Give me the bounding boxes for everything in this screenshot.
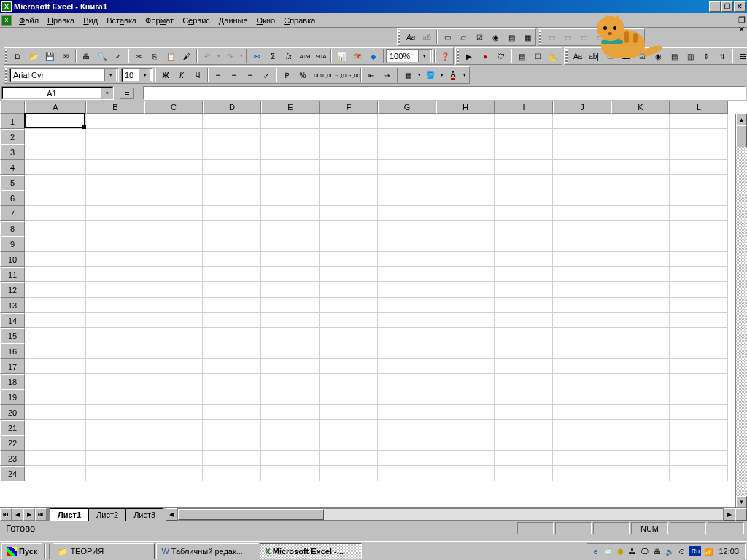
cell-B16[interactable] <box>86 343 144 359</box>
cell-E12[interactable] <box>261 282 320 298</box>
cell-K9[interactable] <box>611 236 670 252</box>
cell-H16[interactable] <box>436 343 495 359</box>
name-box-dropdown-arrow[interactable]: ▾ <box>101 88 112 98</box>
cell-G3[interactable] <box>378 144 436 160</box>
cell-I21[interactable] <box>495 420 553 435</box>
ungroup-ctl-icon[interactable]: ▭ <box>560 29 576 45</box>
cell-D16[interactable] <box>203 343 261 359</box>
combobox-ctl-icon[interactable]: ▥ <box>682 48 698 64</box>
start-button[interactable]: Пуск <box>1 543 42 559</box>
horizontal-scrollbar[interactable]: ◀ ▶ <box>166 508 735 521</box>
cell-K12[interactable] <box>611 282 670 298</box>
cell-E4[interactable] <box>261 160 320 175</box>
cell-E11[interactable] <box>261 267 320 282</box>
cell-B2[interactable] <box>86 129 144 144</box>
cell-D6[interactable] <box>203 190 261 206</box>
cell-J23[interactable] <box>553 451 611 466</box>
row-header-5[interactable]: 5 <box>0 175 25 190</box>
cell-K22[interactable] <box>611 435 670 451</box>
combo-box-icon[interactable]: ▦ <box>519 29 535 45</box>
cell-H18[interactable] <box>436 374 495 389</box>
row-header-6[interactable]: 6 <box>0 190 25 206</box>
autosum-icon[interactable]: Σ <box>265 48 281 64</box>
cell-L5[interactable] <box>670 175 728 190</box>
cell-E19[interactable] <box>261 389 320 405</box>
increase-decimal-icon[interactable]: ,00→,0 <box>327 67 343 83</box>
tray-display-icon[interactable]: 🖵 <box>640 546 650 556</box>
cell-L3[interactable] <box>670 144 728 160</box>
cell-J7[interactable] <box>553 206 611 221</box>
fill-color-dropdown[interactable]: ▾ <box>438 67 445 83</box>
cell-K19[interactable] <box>611 389 670 405</box>
cell-F19[interactable] <box>320 389 378 405</box>
cell-D17[interactable] <box>203 359 261 374</box>
cell-J21[interactable] <box>553 420 611 435</box>
cell-H13[interactable] <box>436 298 495 313</box>
cell-L15[interactable] <box>670 328 728 343</box>
cell-F12[interactable] <box>320 282 378 298</box>
cell-A16[interactable] <box>25 343 86 359</box>
cell-G1[interactable] <box>378 114 436 129</box>
cell-F9[interactable] <box>320 236 378 252</box>
cell-A13[interactable] <box>25 298 86 313</box>
cell-E17[interactable] <box>261 359 320 374</box>
cell-H2[interactable] <box>436 129 495 144</box>
col-header-K[interactable]: K <box>611 101 670 114</box>
tray-antivirus-icon[interactable]: ⬢ <box>615 546 625 556</box>
cell-G21[interactable] <box>378 420 436 435</box>
cell-K10[interactable] <box>611 252 670 267</box>
cell-B3[interactable] <box>86 144 144 160</box>
new-icon[interactable]: 🗋 <box>9 48 26 64</box>
cell-D11[interactable] <box>203 267 261 282</box>
cell-K20[interactable] <box>611 405 670 420</box>
cell-G5[interactable] <box>378 175 436 190</box>
bold-button[interactable]: Ж <box>158 67 174 83</box>
cell-D1[interactable] <box>203 114 261 129</box>
cell-I13[interactable] <box>495 298 553 313</box>
cell-B17[interactable] <box>86 359 144 374</box>
cell-F11[interactable] <box>320 267 378 282</box>
increase-indent-icon[interactable]: ⇥ <box>379 67 395 83</box>
cell-E18[interactable] <box>261 374 320 389</box>
cell-K5[interactable] <box>611 175 670 190</box>
cells-grid[interactable] <box>25 114 735 508</box>
cell-G10[interactable] <box>378 252 436 267</box>
tab-last-button[interactable]: ⏭ <box>35 508 47 521</box>
currency-icon[interactable]: ₽ <box>279 67 295 83</box>
cell-L10[interactable] <box>670 252 728 267</box>
cell-D2[interactable] <box>203 129 261 144</box>
scrollbar-ctl-icon[interactable]: ⇕ <box>698 48 714 64</box>
spelling-icon[interactable]: ✓ <box>110 48 126 64</box>
cell-H3[interactable] <box>436 144 495 160</box>
cell-B8[interactable] <box>86 221 144 236</box>
select-all-corner[interactable] <box>0 101 25 114</box>
cell-C7[interactable] <box>144 206 203 221</box>
cell-F18[interactable] <box>320 374 378 389</box>
doc-minimize-button[interactable]: _ <box>738 7 746 15</box>
cell-G16[interactable] <box>378 343 436 359</box>
menu-format[interactable]: Формат <box>141 15 178 26</box>
cell-K6[interactable] <box>611 190 670 206</box>
cell-H9[interactable] <box>436 236 495 252</box>
select-objects-icon[interactable]: ▱ <box>455 29 471 45</box>
text-box-icon[interactable]: ▭ <box>439 29 455 45</box>
cell-I7[interactable] <box>495 206 553 221</box>
cell-B10[interactable] <box>86 252 144 267</box>
cell-L14[interactable] <box>670 313 728 328</box>
cell-G7[interactable] <box>378 206 436 221</box>
menu-tools[interactable]: Сервис <box>178 15 214 26</box>
tray-printer-icon[interactable]: 🖶 <box>652 546 662 556</box>
cell-K16[interactable] <box>611 343 670 359</box>
cell-K2[interactable] <box>611 129 670 144</box>
cell-C24[interactable] <box>144 466 203 481</box>
col-header-G[interactable]: G <box>378 101 436 114</box>
formula-input[interactable] <box>143 86 746 100</box>
cell-E13[interactable] <box>261 298 320 313</box>
cell-D23[interactable] <box>203 451 261 466</box>
font-format-icon[interactable]: Aa <box>403 29 419 45</box>
bring-front-icon[interactable]: ▭ <box>576 29 592 45</box>
cell-I17[interactable] <box>495 359 553 374</box>
cell-G18[interactable] <box>378 374 436 389</box>
cell-L22[interactable] <box>670 435 728 451</box>
cell-D13[interactable] <box>203 298 261 313</box>
